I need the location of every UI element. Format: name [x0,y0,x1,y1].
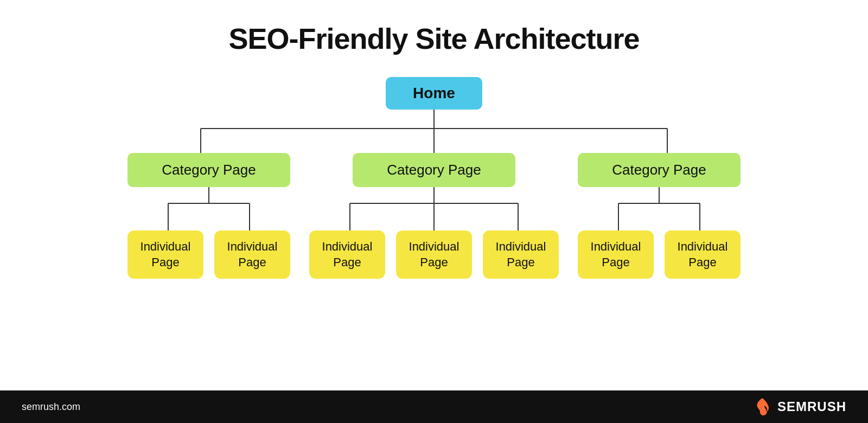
home-connector-svg [108,110,760,153]
footer: semrush.com SEMRUSH [0,390,868,423]
category-column-right: Category Page Individual Page Individual… [559,153,760,279]
individual-node-mid-3: Individual Page [483,230,559,279]
right-cat-connector-svg [578,187,741,230]
footer-url: semrush.com [22,401,80,413]
category-column-middle: Category Page Individual Page Individual… [309,153,559,279]
category-node-right: Category Page [578,153,741,187]
right-cat-connector [578,187,741,230]
middle-individuals-row: Individual Page Individual Page Individu… [309,230,559,279]
individual-node-mid-2: Individual Page [396,230,472,279]
category-node-left: Category Page [127,153,290,187]
home-connector [108,110,760,153]
left-cat-connector [127,187,290,230]
individual-node-right-1: Individual Page [578,230,654,279]
category-row: Category Page Individual Page Individual… [108,153,760,279]
semrush-logo-icon [752,397,772,416]
middle-cat-connector-svg [309,187,559,230]
footer-brand: SEMRUSH [752,397,846,416]
individual-node-left-2: Individual Page [214,230,290,279]
left-individuals-row: Individual Page Individual Page [127,230,290,279]
right-individuals-row: Individual Page Individual Page [578,230,741,279]
individual-node-mid-1: Individual Page [309,230,385,279]
individual-node-left-1: Individual Page [127,230,203,279]
left-cat-connector-svg [127,187,290,230]
individual-node-right-2: Individual Page [665,230,741,279]
tree-diagram: Home Category Page [33,77,835,279]
middle-cat-connector [309,187,559,230]
footer-brand-name: SEMRUSH [777,399,846,414]
category-column-left: Category Page Individual Page Individual… [108,153,309,279]
page-title: SEO-Friendly Site Architecture [228,22,639,55]
main-content: SEO-Friendly Site Architecture Home [0,0,868,390]
category-node-middle: Category Page [353,153,515,187]
home-node: Home [386,77,482,110]
